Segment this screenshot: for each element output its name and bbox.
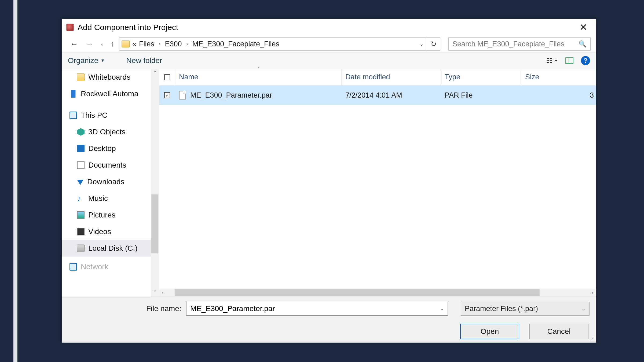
file-size: 3 xyxy=(521,86,596,105)
nav-item-label: Pictures xyxy=(88,211,115,219)
file-icon xyxy=(179,91,186,99)
organize-button[interactable]: Organize xyxy=(68,56,98,65)
file-open-dialog: Add Component into Project ✕ ← → ⌄ ↑ « F… xyxy=(62,19,596,343)
folder-icon xyxy=(77,73,85,81)
scroll-left-icon[interactable]: ‹ xyxy=(159,290,167,295)
nav-item-label: This PC xyxy=(81,111,108,120)
filename-input[interactable]: ME_E300_Parameter.par ⌄ xyxy=(186,302,448,316)
scroll-up-icon[interactable]: ˄ xyxy=(154,69,156,76)
scroll-down-icon[interactable]: ˅ xyxy=(154,289,156,297)
up-button[interactable]: ↑ xyxy=(108,40,117,48)
forward-button[interactable]: → xyxy=(83,39,96,49)
chevron-right-icon: › xyxy=(186,40,188,47)
scroll-thumb[interactable] xyxy=(151,194,158,253)
nav-item-label: Rockwell Automa xyxy=(81,90,138,98)
nav-item-label: Whiteboards xyxy=(88,73,130,82)
nav-scrollbar[interactable]: ˄ ˅ xyxy=(151,69,159,297)
nav-item-label: Documents xyxy=(88,161,126,169)
scroll-thumb[interactable] xyxy=(175,289,540,296)
search-input[interactable]: Search ME_E300_Faceplate_Files 🔍 xyxy=(448,37,591,51)
nav-item-label: Music xyxy=(88,194,108,203)
nav-item-music[interactable]: ♪Music xyxy=(62,190,159,207)
nav-item-network[interactable]: Network xyxy=(62,261,159,272)
file-type: PAR File xyxy=(441,86,521,105)
folder-icon xyxy=(122,40,130,47)
pic-icon xyxy=(77,211,85,219)
titlebar: Add Component into Project ✕ xyxy=(62,19,596,36)
nav-item-downloads[interactable]: Downloads xyxy=(62,173,159,190)
column-date[interactable]: Date modified xyxy=(342,69,441,85)
breadcrumb-item[interactable]: Files xyxy=(138,40,155,48)
toolbar: Organize ▼ New folder ☷ ▼ ? xyxy=(62,52,596,69)
nav-item-label: Desktop xyxy=(88,144,116,153)
breadcrumb-overflow[interactable]: « xyxy=(132,40,136,48)
disk-icon xyxy=(77,245,85,252)
preview-pane-button[interactable] xyxy=(565,57,573,64)
file-name: ME_E300_Parameter.par xyxy=(190,91,272,99)
monitor-icon xyxy=(69,263,77,271)
filename-label: File name: xyxy=(146,304,181,313)
nav-item-label: Downloads xyxy=(87,178,125,186)
dialog-title: Add Component into Project xyxy=(78,23,178,32)
note-icon: ♪ xyxy=(77,195,85,202)
column-size[interactable]: Size xyxy=(521,69,596,85)
new-folder-button[interactable]: New folder xyxy=(126,56,162,65)
help-button[interactable]: ? xyxy=(581,56,590,65)
file-row[interactable]: ✓ME_E300_Parameter.par7/2/2014 4:01 AMPA… xyxy=(159,86,596,105)
nav-item-this-pc[interactable]: This PC xyxy=(62,107,159,124)
history-dropdown[interactable]: ⌄ xyxy=(98,41,106,47)
column-type[interactable]: Type xyxy=(441,69,521,85)
nav-item-rockwell-automa[interactable]: Rockwell Automa xyxy=(62,86,159,102)
file-checkbox[interactable]: ✓ xyxy=(164,92,170,98)
building-icon xyxy=(69,90,77,98)
close-icon[interactable]: ✕ xyxy=(575,22,592,33)
vid-icon xyxy=(77,228,85,235)
nav-item-label: Local Disk (C:) xyxy=(88,244,138,253)
nav-item-label: 3D Objects xyxy=(88,128,126,136)
breadcrumb-item[interactable]: E300 xyxy=(164,40,183,48)
app-icon xyxy=(66,24,74,31)
nav-item-label: Videos xyxy=(88,227,111,236)
chevron-right-icon: › xyxy=(159,40,160,47)
column-name[interactable]: ˄ Name xyxy=(175,69,342,85)
bottom-panel: File name: ME_E300_Parameter.par ⌄ Param… xyxy=(62,297,596,342)
back-button[interactable]: ← xyxy=(67,39,81,49)
nav-item-whiteboards[interactable]: Whiteboards xyxy=(62,69,159,86)
nav-item-pictures[interactable]: Pictures xyxy=(62,207,159,223)
filetype-dropdown[interactable]: Parameter Files (*.par) ⌄ xyxy=(461,302,590,316)
column-checkbox[interactable] xyxy=(159,69,175,85)
search-icon: 🔍 xyxy=(579,40,587,48)
nav-item-label: Network xyxy=(81,263,108,271)
desktop-icon xyxy=(77,145,85,152)
chevron-down-icon: ⌄ xyxy=(581,306,586,312)
address-bar-row: ← → ⌄ ↑ « Files › E300 › ME_E300_Facepla… xyxy=(62,36,596,52)
chevron-down-icon: ▼ xyxy=(101,58,105,63)
file-date: 7/2/2014 4:01 AM xyxy=(342,86,441,105)
horizontal-scrollbar[interactable]: ‹ › xyxy=(159,289,596,297)
refresh-button[interactable]: ↻ xyxy=(427,37,440,51)
chevron-down-icon[interactable]: ⌄ xyxy=(440,306,444,312)
cube-icon xyxy=(77,128,85,136)
breadcrumb-item[interactable]: ME_E300_Faceplate_Files xyxy=(191,40,280,48)
view-mode-button[interactable]: ☷ ▼ xyxy=(547,57,558,64)
nav-item-3d-objects[interactable]: 3D Objects xyxy=(62,124,159,140)
nav-item-videos[interactable]: Videos xyxy=(62,223,159,240)
doc-icon xyxy=(77,161,85,169)
resize-grip-icon[interactable]: ⋰ xyxy=(590,335,595,341)
nav-item-documents[interactable]: Documents xyxy=(62,157,159,173)
cancel-button[interactable]: Cancel xyxy=(529,324,588,339)
dl-icon xyxy=(77,180,83,185)
address-dropdown[interactable]: ⌄ xyxy=(419,41,424,47)
nav-item-local-disk-c-[interactable]: Local Disk (C:) xyxy=(62,240,159,257)
breadcrumb-bar[interactable]: « Files › E300 › ME_E300_Faceplate_Files… xyxy=(119,37,440,51)
navigation-pane: WhiteboardsRockwell AutomaThis PC3D Obje… xyxy=(62,69,159,297)
file-list-pane: ˄ Name Date modified Type Size ✓ME_E300_… xyxy=(159,69,596,297)
search-placeholder: Search ME_E300_Faceplate_Files xyxy=(452,40,564,48)
column-headers: ˄ Name Date modified Type Size xyxy=(159,69,596,86)
nav-item-desktop[interactable]: Desktop xyxy=(62,140,159,157)
sort-indicator-icon: ˄ xyxy=(257,66,259,72)
monitor-icon xyxy=(69,112,77,119)
scroll-right-icon[interactable]: › xyxy=(588,290,596,295)
open-button[interactable]: Open xyxy=(460,324,519,339)
